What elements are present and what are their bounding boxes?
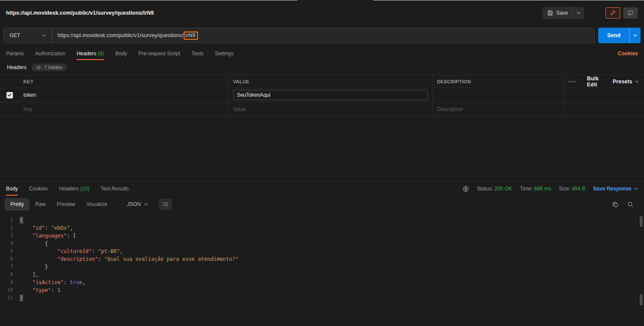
column-header-value: VALUE — [228, 75, 432, 88]
head-checkbox-cell — [0, 75, 19, 88]
tab-cookies[interactable]: Cookies — [29, 182, 48, 196]
scrollbar-thumb[interactable] — [640, 216, 643, 227]
search-icon — [627, 201, 634, 208]
row-actions-cell — [563, 88, 644, 102]
save-button[interactable]: Save — [542, 7, 573, 19]
edit-button[interactable] — [606, 7, 620, 19]
bulk-edit-button[interactable]: Bulk Edit — [587, 76, 607, 88]
comments-button[interactable] — [623, 7, 638, 19]
line-number: 7 — [0, 263, 20, 271]
postman-app: https://api.movidesk.com/public/v1/surve… — [0, 0, 644, 326]
code-line: 11} — [0, 294, 644, 302]
save-response-label: Save Response — [593, 186, 631, 192]
new-value-input[interactable]: Value — [228, 102, 432, 116]
code-line: 7 } — [0, 263, 644, 271]
url-highlight-annotation: lrN9 — [184, 32, 198, 40]
presets-button[interactable]: Presets — [613, 79, 639, 85]
request-builder: GET https://api.movidesk.com/public/v1/s… — [0, 25, 644, 47]
tab-headers[interactable]: Headers (10) — [59, 182, 89, 196]
send-dropdown-button[interactable] — [629, 28, 641, 43]
view-tab-raw[interactable]: Raw — [30, 199, 51, 210]
size-badge: Size: 494 B — [559, 186, 585, 192]
code-lines: 1{2 "id": "ebDx",3 "languages": [4 {5 "c… — [0, 216, 644, 302]
headers-section-title: Headers — [7, 64, 26, 70]
headers-table-actions: Bulk Edit Presets — [563, 75, 644, 88]
view-tab-visualize[interactable]: Visualize — [81, 199, 112, 210]
tab-authorization[interactable]: Authorization — [35, 47, 65, 60]
topbar-icon-actions — [606, 7, 638, 19]
pencil-icon — [610, 10, 616, 16]
url-input[interactable]: https://api.movidesk.com/public/v1/surve… — [52, 28, 595, 43]
format-select[interactable]: JSON — [124, 199, 151, 210]
save-response-button[interactable]: Save Response — [593, 186, 638, 192]
header-key-cell[interactable]: token — [19, 88, 228, 102]
view-tabs: PrettyRawPreviewVisualize — [5, 199, 112, 210]
chevron-down-icon — [144, 203, 148, 206]
tab-pre-request-script[interactable]: Pre-request Script — [138, 47, 180, 60]
headers-subrow: Headers 7 hidden — [0, 60, 644, 75]
line-number: 2 — [0, 224, 20, 232]
top-edge-segment — [0, 0, 297, 0]
tab-headers[interactable]: Headers (8) — [77, 47, 104, 60]
send-button[interactable]: Send — [598, 28, 629, 43]
format-label: JSON — [127, 201, 141, 207]
header-description-cell[interactable] — [432, 88, 563, 102]
chevron-down-icon — [635, 80, 639, 83]
header-value-input[interactable]: SeuTokenAqui — [233, 90, 428, 100]
header-row-token: token SeuTokenAqui — [0, 88, 644, 102]
code-line: 2 "id": "ebDx", — [0, 224, 644, 232]
more-options-icon[interactable] — [568, 81, 581, 82]
chevron-down-icon — [577, 12, 580, 14]
response-meta: Status: 200 OK Time: 686 ms Size: 494 B … — [462, 182, 638, 196]
hidden-headers-badge[interactable]: 7 hidden — [32, 63, 67, 71]
copy-button[interactable] — [611, 200, 619, 209]
code-line: 4 { — [0, 240, 644, 247]
copy-icon — [612, 201, 618, 208]
line-number: 10 — [0, 286, 20, 294]
code-line: 3 "languages": [ — [0, 232, 644, 240]
headers-table: KEY VALUE DESCRIPTION Bulk Edit Presets — [0, 75, 644, 117]
response-tabs-row: BodyCookiesHeaders (10)Test Results Stat… — [0, 182, 644, 196]
time-badge: Time: 686 ms — [520, 186, 551, 192]
tab-body[interactable]: Body — [6, 182, 18, 196]
line-number: 3 — [0, 232, 20, 240]
network-icon[interactable] — [462, 186, 469, 192]
header-value-cell: SeuTokenAqui — [228, 88, 432, 102]
scrollbar — [639, 215, 643, 323]
line-number: 1 — [0, 216, 20, 224]
line-number: 6 — [0, 255, 20, 263]
code-line: 10 "type": 1 — [0, 286, 644, 294]
empty-area — [0, 117, 644, 181]
row-actions-cell — [563, 102, 644, 116]
tab-settings[interactable]: Settings — [215, 47, 233, 60]
wrap-text-button[interactable] — [159, 199, 172, 210]
tab-tests[interactable]: Tests — [191, 47, 204, 60]
code-line: 8 ], — [0, 271, 644, 279]
view-tab-pretty[interactable]: Pretty — [5, 199, 29, 210]
check-icon — [7, 93, 12, 97]
top-edge-segment — [373, 0, 644, 0]
search-button[interactable] — [626, 200, 634, 209]
cookies-link[interactable]: Cookies — [618, 51, 638, 57]
method-label: GET — [10, 32, 20, 38]
header-row-checkbox[interactable] — [6, 92, 13, 98]
presets-label: Presets — [613, 79, 632, 85]
view-tab-preview[interactable]: Preview — [51, 199, 80, 210]
save-dropdown-button[interactable] — [573, 7, 584, 19]
response-toolbar: PrettyRawPreviewVisualize JSON — [0, 196, 644, 213]
tab-params[interactable]: Params — [6, 47, 24, 60]
response-tabs: BodyCookiesHeaders (10)Test Results — [6, 182, 129, 196]
column-header-key: KEY — [19, 75, 228, 88]
tab-body[interactable]: Body — [115, 47, 127, 60]
request-topbar: https://api.movidesk.com/public/v1/surve… — [0, 1, 644, 25]
code-line: 1{ — [0, 216, 644, 224]
row-checkbox-cell — [0, 88, 19, 102]
scrollbar-thumb[interactable] — [640, 294, 643, 305]
method-select[interactable]: GET — [3, 28, 52, 43]
new-description-input[interactable]: Description — [432, 102, 563, 116]
request-tabs-row: ParamsAuthorizationHeaders (8)BodyPre-re… — [0, 47, 644, 60]
line-number: 5 — [0, 247, 20, 255]
new-key-input[interactable]: Key — [19, 102, 228, 116]
response-toolbar-right — [611, 200, 639, 209]
tab-test-results[interactable]: Test Results — [101, 182, 129, 196]
